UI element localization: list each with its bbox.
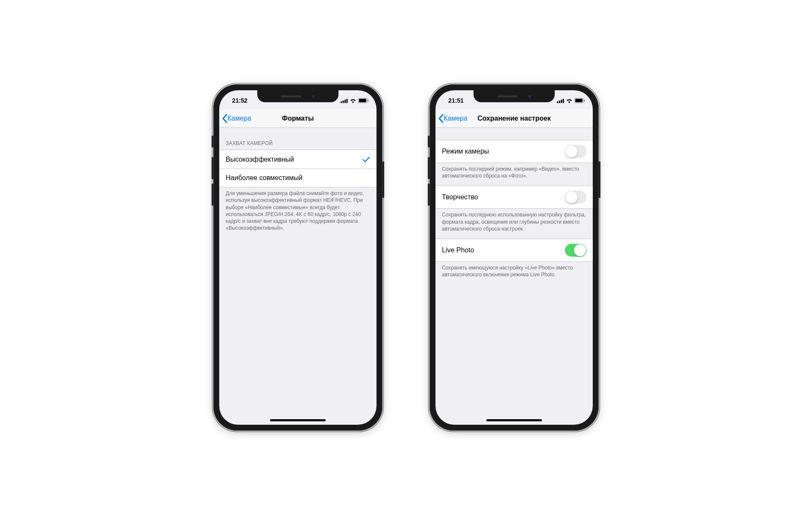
cellular-signal-icon <box>341 98 348 103</box>
svg-rect-5 <box>359 99 366 102</box>
back-button[interactable]: Камера <box>438 114 468 123</box>
phone-preserve-settings: 21:51 Камера Сохранение <box>430 84 599 431</box>
row-label: Live Photo <box>442 246 565 254</box>
mute-switch <box>212 136 213 148</box>
checkmark-icon <box>362 156 370 163</box>
wifi-icon <box>350 98 356 103</box>
screen: 21:51 Камера Сохранение <box>435 90 593 425</box>
battery-icon <box>574 98 585 103</box>
svg-rect-9 <box>561 100 562 103</box>
back-label: Камера <box>227 115 251 122</box>
svg-rect-2 <box>344 100 346 103</box>
svg-rect-12 <box>575 99 583 102</box>
format-option-most-compatible[interactable]: Наиболее совместимый <box>219 169 377 187</box>
option-label: Наиболее совместимый <box>226 174 370 182</box>
power-button <box>599 161 600 198</box>
section-footer: Для уменьшения размера файла снимайте фо… <box>219 187 377 234</box>
row-footer: Сохранять последний режим, например «Вид… <box>435 163 593 182</box>
svg-rect-13 <box>584 100 585 102</box>
volume-up <box>428 157 430 179</box>
svg-rect-1 <box>343 101 344 103</box>
back-label: Камера <box>444 115 468 122</box>
row-footer: Сохранять последнюю использованную настр… <box>435 209 593 235</box>
volume-up <box>212 157 213 179</box>
nav-bar: Камера Сохранение настроек <box>435 109 593 128</box>
front-camera <box>312 95 315 98</box>
toggle-creative[interactable] <box>565 191 586 204</box>
volume-down <box>212 184 213 206</box>
home-indicator[interactable] <box>486 419 542 421</box>
battery-icon <box>358 98 369 103</box>
row-label: Творчество <box>442 193 565 201</box>
front-camera <box>528 95 532 98</box>
speaker-grille <box>497 95 518 98</box>
row-creative[interactable]: Творчество <box>435 186 593 209</box>
speaker-grille <box>281 95 301 98</box>
home-indicator[interactable] <box>270 419 326 421</box>
row-label: Режим камеры <box>442 148 565 155</box>
notch <box>474 90 555 102</box>
svg-rect-0 <box>341 101 342 103</box>
chevron-left-icon <box>222 114 227 123</box>
format-option-high-efficiency[interactable]: Высокоэффективный <box>219 150 377 169</box>
toggle-camera-mode[interactable] <box>565 145 586 158</box>
toggle-live-photo[interactable] <box>565 244 586 257</box>
phone-formats: 21:52 Камера Форматы <box>213 84 382 431</box>
svg-rect-6 <box>368 100 369 102</box>
mute-switch <box>428 136 430 148</box>
chevron-left-icon <box>438 114 444 123</box>
wifi-icon <box>566 98 573 103</box>
screen: 21:52 Камера Форматы <box>219 90 377 425</box>
nav-bar: Камера Форматы <box>219 109 377 128</box>
settings-content: Режим камеры Сохранять последний режим, … <box>435 128 593 281</box>
volume-down <box>428 184 430 206</box>
option-label: Высокоэффективный <box>226 156 362 163</box>
back-button[interactable]: Камера <box>222 114 251 123</box>
row-camera-mode[interactable]: Режим камеры <box>435 140 593 163</box>
cellular-signal-icon <box>557 98 564 103</box>
notch <box>257 90 338 102</box>
row-footer: Сохранять имеющуюся настройку «Live Phot… <box>435 262 593 281</box>
svg-rect-7 <box>557 101 558 103</box>
section-header: ЗАХВАТ КАМЕРОЙ <box>219 128 377 150</box>
status-time: 21:52 <box>227 97 253 104</box>
row-live-photo[interactable]: Live Photo <box>435 239 593 262</box>
status-time: 21:51 <box>443 97 469 104</box>
svg-rect-10 <box>563 99 564 103</box>
settings-content: ЗАХВАТ КАМЕРОЙ Высокоэффективный Наиболе… <box>219 128 377 234</box>
svg-rect-8 <box>559 101 560 103</box>
power-button <box>382 161 384 198</box>
svg-rect-3 <box>347 99 348 103</box>
